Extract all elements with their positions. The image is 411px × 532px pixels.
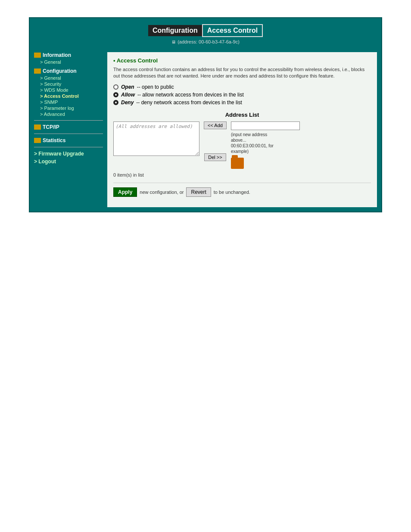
tcpip-icon	[34, 124, 41, 130]
address-input-area: (input new addressabove...00:60:E3:00:00…	[231, 121, 300, 169]
title-box: Configuration Access Control	[148, 24, 263, 37]
items-count: 0 item(s) in list	[113, 172, 371, 177]
address-list-title: Address List	[113, 112, 371, 118]
address-text: (address: 00-60-b3-47-6a-9c)	[177, 39, 240, 44]
tcpip-label: TCP/IP	[43, 124, 59, 130]
sidebar-item-wds[interactable]: > WDS Mode	[34, 87, 103, 93]
sidebar-item-param-log[interactable]: > Parameter log	[34, 106, 103, 111]
information-label: Information	[43, 52, 71, 58]
apply-button[interactable]: Apply	[113, 187, 137, 197]
address-icon: 🖥	[171, 40, 176, 44]
information-icon	[34, 53, 41, 58]
radio-allow-label: Allow	[121, 92, 135, 98]
address-listbox[interactable]: (All addresses are allowed)	[113, 121, 199, 156]
apply-text: new configuration, or	[140, 190, 184, 195]
radio-open-desc: -- open to public	[137, 84, 174, 90]
access-title: Access Control	[202, 24, 263, 37]
revert-text: to be unchanged.	[214, 190, 250, 195]
sidebar: Information > General Configuration > Ge…	[34, 52, 103, 207]
configuration-icon	[34, 68, 41, 74]
sidebar-item-security[interactable]: > Security	[34, 81, 103, 87]
sidebar-item-snmp[interactable]: > SNMP	[34, 100, 103, 105]
content-area: Information > General Configuration > Ge…	[30, 48, 381, 212]
radio-deny-label: Deny	[121, 100, 134, 106]
radio-item-allow[interactable]: Allow -- allow network access from devic…	[113, 92, 371, 98]
del-button[interactable]: Del >>	[204, 153, 226, 161]
sidebar-configuration-title: Configuration	[34, 68, 103, 74]
apply-row: Apply new configuration, or Revert to be…	[113, 183, 371, 197]
sidebar-section-tcpip: TCP/IP	[34, 124, 103, 130]
radio-group: Open -- open to public Allow -- allow ne…	[113, 84, 371, 106]
sidebar-item-advanced[interactable]: > Advanced	[34, 112, 103, 117]
sidebar-divider-2	[34, 134, 103, 134]
sidebar-information-title: Information	[34, 52, 103, 58]
main-panel: Configuration Access Control 🖥 (address:…	[29, 17, 382, 212]
sidebar-item-firmware[interactable]: > Firmware Upgrade	[34, 151, 103, 157]
sidebar-item-access-control[interactable]: > Access Control	[34, 93, 103, 99]
address-hint: (input new addressabove...00:60:E3:00:00…	[231, 132, 300, 154]
revert-button[interactable]: Revert	[186, 187, 211, 197]
sidebar-section-statistics: Statistics	[34, 137, 103, 143]
sidebar-statistics-title[interactable]: Statistics	[34, 137, 103, 143]
address-line: 🖥 (address: 00-60-b3-47-6a-9c)	[34, 39, 377, 44]
sidebar-item-general-info[interactable]: > General	[34, 59, 103, 65]
sidebar-section-configuration: Configuration > General > Security > WDS…	[34, 68, 103, 117]
radio-item-deny[interactable]: Deny -- deny network access from devices…	[113, 100, 371, 106]
address-input[interactable]	[231, 121, 300, 130]
main-content: • Access Control The access control func…	[107, 52, 377, 207]
address-controls: << Add Del >>	[204, 121, 227, 161]
sidebar-item-logout[interactable]: > Logout	[34, 159, 103, 165]
folder-icon[interactable]	[231, 158, 244, 169]
sidebar-divider-1	[34, 120, 103, 121]
radio-item-open[interactable]: Open -- open to public	[113, 84, 371, 90]
radio-allow-desc: -- allow network access from devices in …	[137, 92, 244, 98]
configuration-label: Configuration	[43, 68, 77, 74]
sidebar-tcpip-title[interactable]: TCP/IP	[34, 124, 103, 130]
section-title: • Access Control	[113, 57, 371, 64]
radio-open-label: Open	[121, 84, 134, 90]
description-text: The access control function contains an …	[113, 66, 371, 80]
sidebar-section-information: Information > General	[34, 52, 103, 65]
config-title: Configuration	[148, 25, 202, 36]
radio-allow[interactable]	[113, 92, 118, 97]
statistics-icon	[34, 138, 41, 143]
header-area: Configuration Access Control 🖥 (address:…	[30, 18, 381, 48]
address-list-area: (All addresses are allowed) << Add Del >…	[113, 121, 371, 169]
radio-deny[interactable]	[113, 100, 118, 105]
sidebar-item-general[interactable]: > General	[34, 75, 103, 81]
add-button[interactable]: << Add	[204, 121, 227, 129]
statistics-label: Statistics	[43, 137, 65, 143]
radio-open[interactable]	[113, 84, 118, 90]
outer-wrapper: Configuration Access Control 🖥 (address:…	[29, 17, 382, 212]
radio-deny-desc: -- deny network access from devices in t…	[136, 100, 242, 106]
sidebar-divider-3	[34, 147, 103, 147]
